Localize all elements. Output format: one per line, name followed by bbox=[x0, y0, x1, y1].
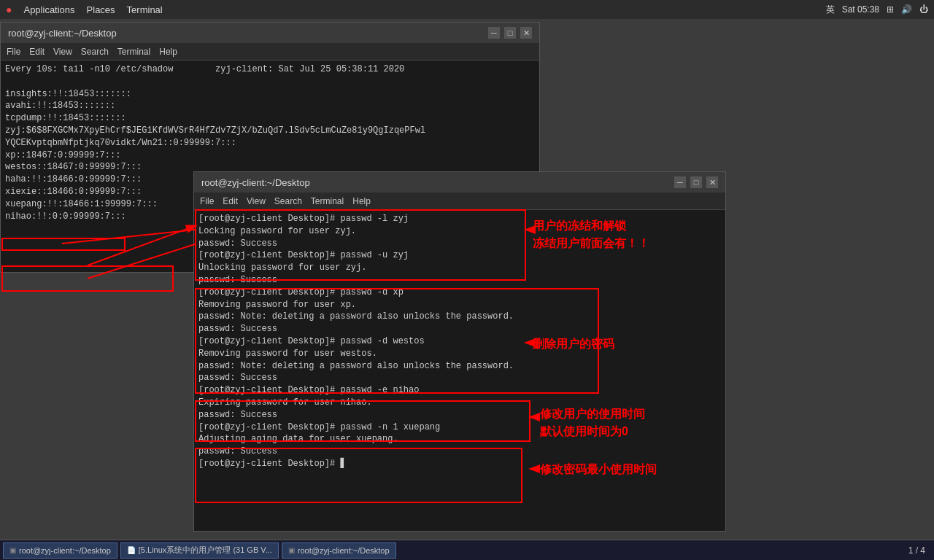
minimize-button-1[interactable]: ─ bbox=[488, 27, 500, 39]
menu-help-1[interactable]: Help bbox=[159, 47, 177, 57]
terminal-window-2: root@zyj-client:~/Desktop ─ □ ✕ File Edi… bbox=[193, 171, 726, 532]
menu-terminal[interactable]: Terminal bbox=[127, 4, 163, 15]
window-controls-1: ─ □ ✕ bbox=[488, 27, 532, 39]
menu-bar-1: File Edit View Search Terminal Help bbox=[1, 43, 539, 61]
close-button-1[interactable]: ✕ bbox=[520, 27, 532, 39]
taskbar-label-2: [5.Linux系统中的用户管理 (31 GB V... bbox=[139, 545, 272, 556]
window-title-1: root@zyj-client:~/Desktop bbox=[8, 28, 117, 39]
taskbar-pages: 1 / 4 bbox=[908, 545, 931, 556]
language-indicator: 英 bbox=[826, 4, 835, 16]
menu-file-1[interactable]: File bbox=[7, 47, 20, 57]
datetime: Sat 05:38 bbox=[842, 4, 879, 15]
window-controls-2: ─ □ ✕ bbox=[674, 176, 718, 188]
taskbar-label-1: root@zyj-client:~/Desktop bbox=[19, 546, 111, 555]
taskbar-item-3[interactable]: ▣ root@zyj-client:~/Desktop bbox=[282, 542, 396, 559]
maximize-button-2[interactable]: □ bbox=[690, 176, 702, 188]
title-bar-2[interactable]: root@zyj-client:~/Desktop ─ □ ✕ bbox=[194, 172, 725, 192]
menu-edit-2[interactable]: Edit bbox=[223, 196, 238, 206]
doc-icon: 📄 bbox=[127, 546, 136, 554]
term-icon-2: ▣ bbox=[288, 546, 295, 554]
os-logo: ● bbox=[6, 4, 12, 15]
window-title-2: root@zyj-client:~/Desktop bbox=[201, 177, 310, 188]
menu-applications[interactable]: Applications bbox=[23, 4, 74, 15]
taskbar-item-2[interactable]: 📄 [5.Linux系统中的用户管理 (31 GB V... bbox=[120, 542, 279, 559]
taskbar-label-3: root@zyj-client:~/Desktop bbox=[298, 546, 390, 555]
terminal-content-2: [root@zyj-client Desktop]# passwd -l zyj… bbox=[194, 210, 725, 531]
menu-bar-2: File Edit View Search Terminal Help bbox=[194, 192, 725, 210]
close-button-2[interactable]: ✕ bbox=[706, 176, 718, 188]
menu-view-2[interactable]: View bbox=[247, 196, 266, 206]
menu-places[interactable]: Places bbox=[87, 4, 115, 15]
title-bar-1[interactable]: root@zyj-client:~/Desktop ─ □ ✕ bbox=[1, 23, 539, 43]
top-bar-right: 英 Sat 05:38 ⊞ 🔊 ⏻ bbox=[826, 4, 928, 16]
power-icon[interactable]: ⏻ bbox=[919, 4, 928, 15]
menu-help-2[interactable]: Help bbox=[352, 196, 371, 206]
maximize-button-1[interactable]: □ bbox=[504, 27, 516, 39]
menu-terminal-2[interactable]: Terminal bbox=[311, 196, 344, 206]
top-bar-left: ● Applications Places Terminal bbox=[6, 4, 163, 15]
volume-icon: 🔊 bbox=[901, 4, 912, 15]
menu-search-1[interactable]: Search bbox=[81, 47, 109, 57]
menu-edit-1[interactable]: Edit bbox=[29, 47, 45, 57]
menu-file-2[interactable]: File bbox=[200, 196, 214, 206]
network-icon: ⊞ bbox=[887, 4, 894, 15]
top-menubar: ● Applications Places Terminal 英 Sat 05:… bbox=[0, 0, 934, 19]
menu-terminal-1[interactable]: Terminal bbox=[117, 47, 150, 57]
menu-search-2[interactable]: Search bbox=[274, 196, 302, 206]
term-icon-1: ▣ bbox=[9, 546, 16, 554]
menu-view-1[interactable]: View bbox=[53, 47, 72, 57]
taskbar: ▣ root@zyj-client:~/Desktop 📄 [5.Linux系统… bbox=[0, 540, 934, 560]
taskbar-item-1[interactable]: ▣ root@zyj-client:~/Desktop bbox=[3, 542, 117, 559]
minimize-button-2[interactable]: ─ bbox=[674, 176, 686, 188]
